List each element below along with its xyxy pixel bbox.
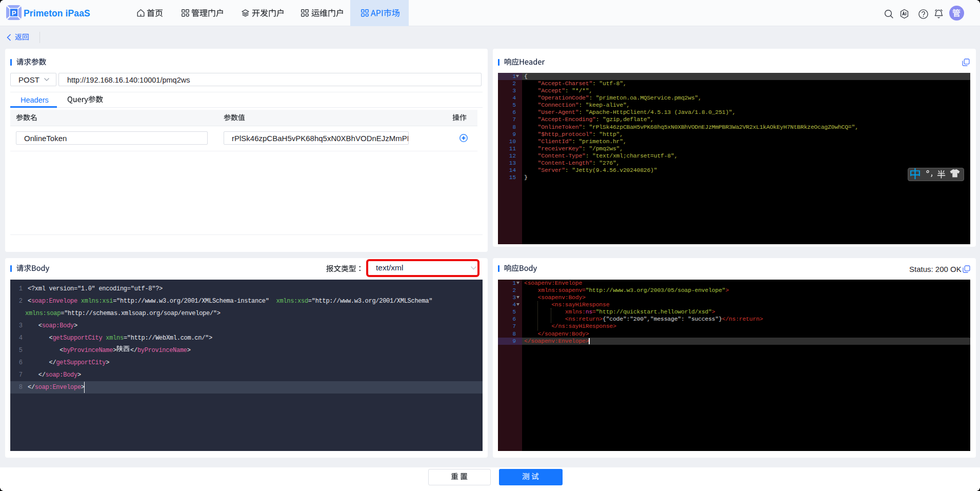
svg-text:P: P <box>12 9 16 17</box>
